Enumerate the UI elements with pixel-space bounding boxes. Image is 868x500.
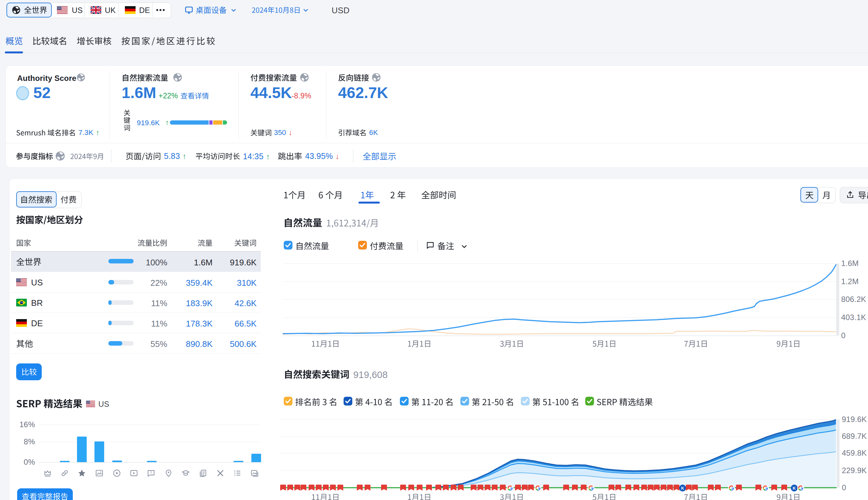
- svg-text:K: K: [681, 486, 684, 491]
- svg-text:K: K: [792, 486, 796, 491]
